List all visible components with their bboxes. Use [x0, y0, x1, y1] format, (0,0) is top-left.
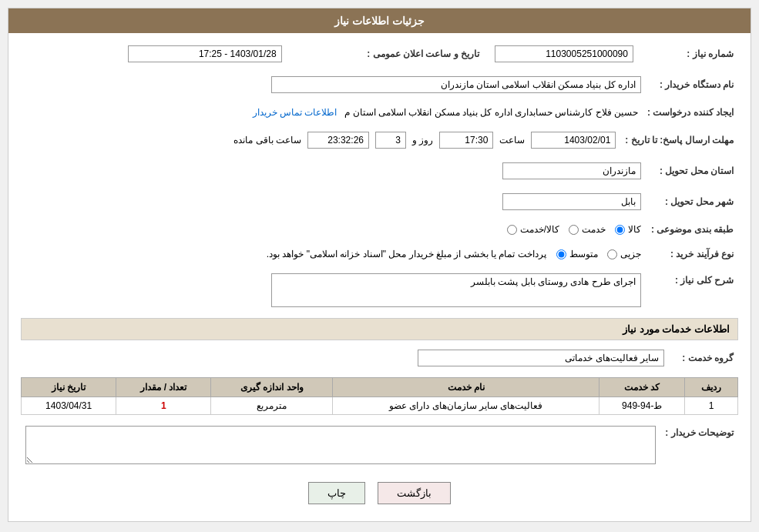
namDastgah-label: نام دستگاه خریدار : — [646, 73, 738, 96]
tozihat-textarea[interactable] — [25, 426, 656, 464]
rooz-label: روز و — [412, 135, 433, 146]
services-header: اطلاعات خدمات مورد نیاز — [21, 318, 738, 340]
print-button[interactable]: چاپ — [308, 482, 365, 504]
countdown-suffix: ساعت باقی مانده — [233, 135, 301, 146]
namDastgah-value: اداره کل بنیاد مسکن انقلاب اسلامی استان … — [271, 76, 641, 93]
col-tedad: تعداد / مقدار — [116, 378, 211, 397]
col-kod: کد خدمت — [599, 378, 685, 397]
tabaqe-radiogroup: کالا خدمت کالا/خدمت — [507, 224, 641, 235]
noefarayand-label: نوع فرآیند خرید : — [646, 246, 738, 263]
tarikh-label: تاریخ و ساعت اعلان عمومی : — [287, 42, 484, 65]
col-tarikh: تاریخ نیاز — [22, 378, 116, 397]
tabaqe-kala[interactable]: کالا — [615, 224, 641, 235]
ijadKonande-link[interactable]: اطلاعات تماس خریدار — [253, 107, 338, 118]
noefarayand-motavaset[interactable]: متوسط — [556, 249, 598, 259]
noefarayand-jozi[interactable]: جزیی — [607, 249, 641, 259]
col-radif: ردیف — [685, 378, 738, 397]
col-vahed: واحد اندازه گیری — [211, 378, 333, 397]
saat-label: ساعت — [499, 135, 525, 146]
mohlatErsal-label: مهلت ارسال پاسخ: تا تاریخ : — [620, 129, 738, 152]
sharh-label: شرح کلی نیاز : — [646, 270, 738, 310]
tabaqe-label: طبقه بندی موضوعی : — [646, 221, 738, 238]
date-value: 1403/02/01 — [531, 132, 616, 149]
button-group: بازگشت چاپ — [21, 482, 738, 504]
sharh-value: اجرای طرح هادی روستای بابل پشت بابلسر — [271, 273, 641, 307]
table-row: 1ط-94-949فعالیت‌های سایر سازمان‌های دارا… — [22, 397, 738, 415]
saat-value: 17:30 — [439, 132, 493, 149]
shomareNiaz-value: 1103005251000090 — [495, 45, 633, 62]
shahr-value: بابل — [502, 193, 641, 210]
tozihat-label: توضیحات خریدار : — [660, 423, 738, 470]
tarikh-value: 1403/01/28 - 17:25 — [128, 45, 282, 62]
col-nam: نام خدمت — [333, 378, 599, 397]
services-table: ردیف کد خدمت نام خدمت واحد اندازه گیری ت… — [21, 377, 738, 415]
groheKhedmat-label: گروه خدمت : — [669, 346, 738, 370]
noefarayand-radiogroup: جزیی متوسط — [556, 249, 641, 259]
rooz-value: 3 — [375, 132, 406, 149]
ostan-value: مازندران — [502, 162, 641, 179]
tabaqe-khedmat[interactable]: خدمت — [569, 224, 606, 235]
tabaqe-kala-khedmat[interactable]: کالا/خدمت — [507, 224, 559, 235]
shomareNiaz-label: شماره نیاز : — [638, 42, 738, 65]
ostan-label: استان محل تحویل : — [646, 159, 738, 182]
page-title: جزئیات اطلاعات نیاز — [8, 8, 751, 33]
ijadKonande-label: ایجاد کننده درخواست : — [643, 104, 738, 121]
shahr-label: شهر محل تحویل : — [646, 190, 738, 213]
ijadKonande-value: حسین فلاح کارشناس حسابداری اداره کل بنیا… — [344, 107, 638, 118]
noefarayand-note: پرداخت تمام یا بخشی از مبلغ خریدار محل "… — [267, 249, 546, 259]
groheKhedmat-value: سایر فعالیت‌های خدماتی — [418, 350, 664, 366]
back-button[interactable]: بازگشت — [378, 482, 451, 504]
countdown-value: 23:32:26 — [307, 132, 369, 149]
